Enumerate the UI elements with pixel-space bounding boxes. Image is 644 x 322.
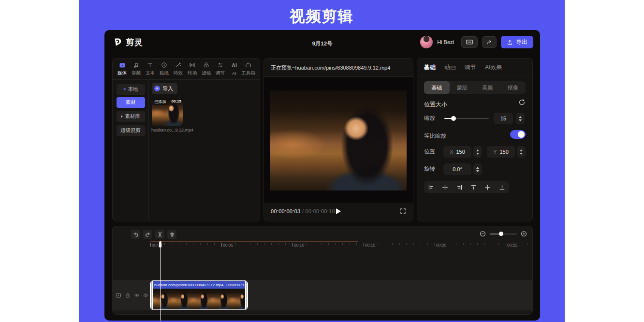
tab-transition[interactable]: 转场	[185, 61, 199, 76]
scale-value-field[interactable]: 15	[494, 113, 513, 124]
toggle-knob	[518, 131, 525, 138]
align-bottom-button[interactable]	[499, 184, 505, 190]
chevron-up-icon	[520, 149, 523, 151]
tab-label: 音频	[132, 70, 141, 76]
zoom-in-button[interactable]	[521, 231, 527, 237]
chevron-down-icon	[123, 88, 126, 90]
cover-button[interactable]	[116, 293, 121, 298]
clip-header: huaban.com/pins/6308809849.9.12.mp4 00:0…	[150, 281, 248, 289]
asset-thumbnail[interactable]: 已添加 00:15	[152, 98, 183, 126]
visibility-button[interactable]	[134, 293, 140, 298]
undo-button[interactable]	[131, 230, 140, 239]
play-button[interactable]	[336, 208, 341, 214]
track-controls	[116, 280, 149, 310]
align-center-vertical-button[interactable]	[484, 184, 491, 190]
subtab-cutout[interactable]: 抠像	[500, 81, 526, 94]
tab-filter[interactable]: 滤镜	[199, 61, 213, 76]
cover-icon	[116, 293, 121, 298]
subtab-mask[interactable]: 蒙版	[450, 81, 475, 94]
sidebar-item-material-library[interactable]: 素材库	[117, 111, 145, 122]
tab-label: 工具箱	[241, 70, 255, 76]
position-y-field[interactable]: Y 150	[487, 146, 515, 158]
tab-ai-effects[interactable]: AI效果	[485, 63, 502, 72]
toolbox-icon	[245, 61, 251, 69]
tab-basic[interactable]: 基础	[424, 63, 436, 72]
redo-button[interactable]	[143, 230, 152, 239]
avatar[interactable]	[420, 36, 433, 48]
timeline-ruler[interactable]: 00:00 00:05 00:10 00:15 00:20 00:25	[113, 241, 528, 250]
subtab-label: 美颜	[482, 84, 493, 91]
playhead[interactable]	[159, 241, 161, 321]
keyboard-shortcuts-button[interactable]	[461, 36, 478, 48]
tab-text[interactable]: 文本	[143, 61, 157, 76]
inspector-tabs: 基础 动画 调节 AI效果	[424, 59, 526, 76]
app-window: 剪灵 9月12号 Hi Bezi	[104, 30, 540, 321]
adjust-icon	[217, 61, 223, 69]
clip-trim-handle-left[interactable]	[150, 281, 153, 309]
scale-stepper[interactable]	[516, 113, 525, 124]
import-label: 导入	[162, 85, 173, 92]
share-button[interactable]	[482, 36, 497, 48]
reset-button[interactable]	[518, 99, 526, 106]
lock-button[interactable]	[125, 293, 131, 298]
clip-filename: huaban.com/pins/6308809849.9.12.mp4	[154, 283, 223, 287]
tab-adjustment[interactable]: 调节	[465, 63, 476, 72]
position-x-field[interactable]: X 150	[443, 146, 471, 158]
split-button[interactable]	[155, 230, 164, 239]
import-button[interactable]: + 导入	[152, 83, 177, 94]
zoom-slider-thumb[interactable]	[499, 232, 503, 236]
rotation-stepper[interactable]	[473, 163, 482, 175]
video-frame[interactable]	[270, 90, 407, 190]
app-logo: 剪灵	[112, 37, 143, 48]
timeline-clip[interactable]: huaban.com/pins/6308809849.9.12.mp4 00:0…	[150, 280, 248, 310]
ai-icon: AI	[232, 62, 237, 69]
subtab-basic[interactable]: 基础	[424, 81, 450, 94]
position-y-stepper[interactable]	[517, 146, 526, 158]
text-icon	[147, 61, 153, 69]
x-prefix: X	[450, 149, 453, 155]
tab-label: 转场	[188, 70, 197, 76]
lock-icon	[125, 293, 131, 298]
align-top-button[interactable]	[470, 184, 477, 190]
mute-button[interactable]	[143, 293, 149, 298]
align-center-horizontal-button[interactable]	[442, 184, 448, 190]
scale-row: 缩放 15	[424, 113, 526, 124]
playhead-handle[interactable]	[159, 241, 161, 248]
asset-duration: 00:15	[172, 99, 181, 103]
fullscreen-button[interactable]	[400, 208, 406, 214]
tab-animation[interactable]: 动画	[444, 63, 456, 72]
tab-toolbox[interactable]: 工具箱	[241, 61, 255, 76]
tab-sticker[interactable]: 贴纸	[157, 61, 171, 76]
align-right-button[interactable]	[456, 184, 463, 190]
sidebar-item-material[interactable]: 素材	[117, 97, 145, 108]
media-icon	[119, 61, 126, 69]
delete-button[interactable]	[167, 230, 176, 239]
sidebar-item-label: 素材	[126, 99, 136, 106]
align-left-button[interactable]	[428, 184, 434, 190]
timeline-zoom-slider[interactable]	[490, 234, 517, 234]
sidebar-item-label: 超级混剪	[120, 127, 141, 134]
position-x-stepper[interactable]	[473, 146, 482, 158]
sidebar-item-local[interactable]: 本地	[117, 84, 145, 95]
sidebar-item-super-mix[interactable]: 超级混剪	[117, 125, 145, 136]
slider-thumb[interactable]	[451, 116, 456, 121]
zoom-out-button[interactable]	[480, 231, 486, 237]
keyboard-icon	[466, 39, 473, 45]
plus-icon: +	[154, 86, 160, 91]
tab-audio[interactable]: 音频	[129, 61, 143, 76]
scale-slider[interactable]	[444, 118, 489, 119]
tab-ai[interactable]: AI AI	[227, 62, 241, 76]
subtab-beauty[interactable]: 美颜	[475, 81, 500, 94]
y-prefix: Y	[493, 149, 497, 155]
tab-media[interactable]: 媒体	[115, 61, 129, 76]
reset-icon	[518, 99, 526, 106]
tab-adjust[interactable]: 调节	[213, 61, 227, 76]
subtab-label: 蒙版	[457, 84, 468, 91]
export-button[interactable]: 导出	[501, 36, 533, 48]
uniform-scale-toggle[interactable]	[510, 130, 526, 139]
rotation-field[interactable]: 0.0°	[443, 163, 471, 175]
tab-effects[interactable]: 特效	[171, 61, 185, 76]
eye-icon	[134, 293, 140, 298]
total-time: 00:00:00:10	[306, 208, 335, 214]
clip-trim-handle-right[interactable]	[245, 281, 248, 309]
